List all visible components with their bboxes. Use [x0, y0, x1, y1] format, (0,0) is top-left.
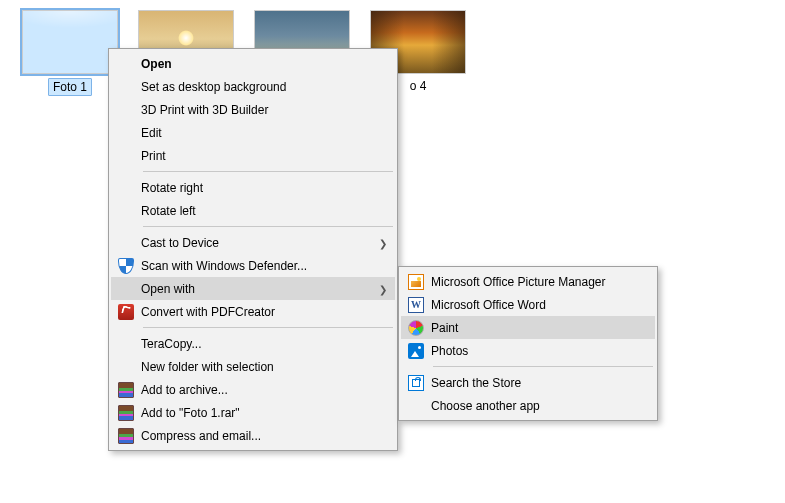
menu-item-rotate-right[interactable]: Rotate right — [111, 176, 395, 199]
menu-separator — [143, 171, 393, 172]
submenu-item-store[interactable]: Search the Store — [401, 371, 655, 394]
menu-item-cast[interactable]: Cast to Device ❯ — [111, 231, 395, 254]
submenu-item-picture-manager[interactable]: Microsoft Office Picture Manager — [401, 270, 655, 293]
menu-item-rotate-left[interactable]: Rotate left — [111, 199, 395, 222]
word-icon: W — [408, 297, 424, 313]
open-with-submenu: Microsoft Office Picture Manager W Micro… — [398, 266, 658, 421]
context-menu: Open Set as desktop background 3D Print … — [108, 48, 398, 451]
file-label: Foto 1 — [48, 78, 92, 96]
submenu-item-choose-app[interactable]: Choose another app — [401, 394, 655, 417]
submenu-item-word[interactable]: W Microsoft Office Word — [401, 293, 655, 316]
photos-icon — [408, 343, 424, 359]
menu-item-new-folder[interactable]: New folder with selection — [111, 355, 395, 378]
file-label: o 4 — [406, 78, 431, 94]
submenu-arrow-icon: ❯ — [379, 237, 387, 248]
menu-item-pdfcreator[interactable]: Convert with PDFCreator — [111, 300, 395, 323]
submenu-item-photos[interactable]: Photos — [401, 339, 655, 362]
paint-icon — [408, 320, 424, 336]
menu-separator — [433, 366, 653, 367]
store-icon — [408, 375, 424, 391]
menu-item-3d-print[interactable]: 3D Print with 3D Builder — [111, 98, 395, 121]
picture-manager-icon — [408, 274, 424, 290]
pdfcreator-icon — [118, 304, 134, 320]
file-item[interactable]: Foto 1 — [20, 10, 120, 96]
menu-item-open[interactable]: Open — [111, 52, 395, 75]
submenu-item-paint[interactable]: Paint — [401, 316, 655, 339]
menu-separator — [143, 327, 393, 328]
submenu-arrow-icon: ❯ — [379, 283, 387, 294]
menu-item-teracopy[interactable]: TeraCopy... — [111, 332, 395, 355]
menu-item-edit[interactable]: Edit — [111, 121, 395, 144]
menu-item-add-rar[interactable]: Add to "Foto 1.rar" — [111, 401, 395, 424]
menu-item-open-with[interactable]: Open with ❯ — [111, 277, 395, 300]
winrar-icon — [118, 405, 134, 421]
menu-separator — [143, 226, 393, 227]
winrar-icon — [118, 382, 134, 398]
thumbnail-image — [22, 10, 118, 74]
menu-item-compress-email[interactable]: Compress and email... — [111, 424, 395, 447]
winrar-icon — [118, 428, 134, 444]
menu-item-set-background[interactable]: Set as desktop background — [111, 75, 395, 98]
menu-item-print[interactable]: Print — [111, 144, 395, 167]
shield-icon — [118, 258, 134, 274]
menu-item-defender[interactable]: Scan with Windows Defender... — [111, 254, 395, 277]
menu-item-add-archive[interactable]: Add to archive... — [111, 378, 395, 401]
